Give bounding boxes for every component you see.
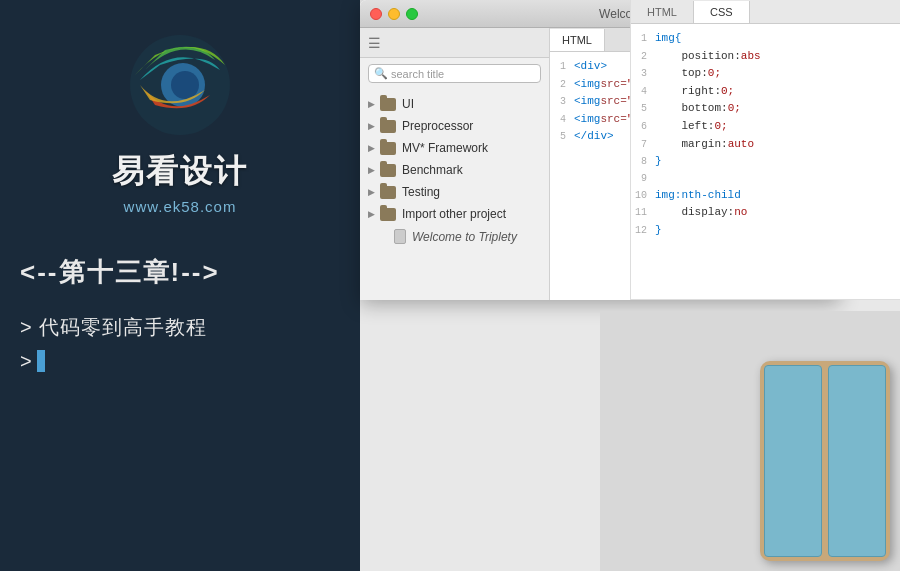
subtitle-line-2: > <box>20 344 207 378</box>
css-line-6: 6 left: 0; <box>631 118 900 136</box>
arrow-icon: ▶ <box>368 187 376 197</box>
search-placeholder: search title <box>391 68 535 80</box>
sidebar-label-import: Import other project <box>402 207 506 221</box>
card-device-graphic <box>760 361 890 561</box>
css-code-content: 1 img{ 2 position: abs 3 top: 0; 4 right… <box>631 24 900 299</box>
css-line-1: 1 img{ <box>631 30 900 48</box>
subtitle-lines: > 代码零到高手教程 > <box>20 310 207 378</box>
tab-html-right[interactable]: HTML <box>631 1 694 23</box>
bottom-right-decorative <box>600 311 900 571</box>
css-line-2: 2 position: abs <box>631 48 900 66</box>
css-line-4: 4 right: 0; <box>631 83 900 101</box>
svg-point-2 <box>171 71 199 99</box>
css-line-9: 9 <box>631 171 900 187</box>
file-icon-welcome <box>394 229 406 244</box>
card-panel-left <box>764 365 822 557</box>
right-code-tabs: HTML CSS <box>631 0 900 24</box>
folder-icon-mvframework <box>380 142 396 155</box>
tab-html[interactable]: HTML <box>550 29 605 51</box>
traffic-lights <box>370 8 418 20</box>
css-line-8: 8 } <box>631 153 900 171</box>
arrow-icon: ▶ <box>368 143 376 153</box>
css-line-11: 11 display: no <box>631 204 900 222</box>
sidebar-item-preprocessor[interactable]: ▶ Preprocessor <box>360 115 549 137</box>
subtitle-gt: > <box>20 344 33 378</box>
sidebar-items-list: ▶ UI ▶ Preprocessor ▶ MV* Framework <box>360 89 549 300</box>
subtitle-line-1: > 代码零到高手教程 <box>20 310 207 344</box>
sidebar-label-preprocessor: Preprocessor <box>402 119 473 133</box>
folder-icon-ui <box>380 98 396 111</box>
hamburger-icon[interactable]: ☰ <box>368 35 381 51</box>
close-button[interactable] <box>370 8 382 20</box>
brand-url: www.ek58.com <box>124 198 237 215</box>
arrow-icon: ▶ <box>368 99 376 109</box>
tab-css-right[interactable]: CSS <box>694 1 750 23</box>
css-line-12: 12 } <box>631 222 900 240</box>
sidebar-label-testing: Testing <box>402 185 440 199</box>
css-line-3: 3 top: 0; <box>631 65 900 83</box>
logo-area: 易看设计 www.ek58.com <box>112 30 248 215</box>
folder-icon-import <box>380 208 396 221</box>
spacer <box>368 232 376 242</box>
sidebar-label-benchmark: Benchmark <box>402 163 463 177</box>
maximize-button[interactable] <box>406 8 418 20</box>
arrow-icon: ▶ <box>368 121 376 131</box>
sidebar-item-import[interactable]: ▶ Import other project <box>360 203 549 225</box>
folder-icon-testing <box>380 186 396 199</box>
right-panel: Welcome ☰ 🔍 search title ▶ UI <box>360 0 900 571</box>
arrow-icon: ▶ <box>368 209 376 219</box>
sidebar-label-ui: UI <box>402 97 414 111</box>
minimize-button[interactable] <box>388 8 400 20</box>
brand-name: 易看设计 <box>112 150 248 194</box>
css-line-7: 7 margin: auto <box>631 136 900 154</box>
right-code-panel: HTML CSS 1 img{ 2 position: abs 3 top: 0… <box>630 0 900 300</box>
sidebar-item-testing[interactable]: ▶ Testing <box>360 181 549 203</box>
search-bar[interactable]: 🔍 search title <box>368 64 541 83</box>
sidebar-toolbar: ☰ <box>360 28 549 58</box>
sidebar-item-mvframework[interactable]: ▶ MV* Framework <box>360 137 549 159</box>
sidebar-item-ui[interactable]: ▶ UI <box>360 93 549 115</box>
left-panel: 易看设计 www.ek58.com <--第十三章!--> > 代码零到高手教程… <box>0 0 360 571</box>
folder-icon-benchmark <box>380 164 396 177</box>
sidebar-label-welcome: Welcome to Triplety <box>412 230 517 244</box>
css-line-10: 10 img:nth-child <box>631 187 900 205</box>
logo-icon <box>125 30 235 140</box>
sidebar-label-mvframework: MV* Framework <box>402 141 488 155</box>
cursor-blink <box>37 350 45 372</box>
file-sidebar: ☰ 🔍 search title ▶ UI ▶ P <box>360 28 550 300</box>
sidebar-item-benchmark[interactable]: ▶ Benchmark <box>360 159 549 181</box>
css-line-5: 5 bottom: 0; <box>631 100 900 118</box>
search-icon: 🔍 <box>374 67 388 80</box>
folder-icon-preprocessor <box>380 120 396 133</box>
card-panel-right <box>828 365 886 557</box>
arrow-icon: ▶ <box>368 165 376 175</box>
sidebar-item-welcome[interactable]: Welcome to Triplety <box>360 225 549 248</box>
chapter-text: <--第十三章!--> <box>20 255 220 290</box>
